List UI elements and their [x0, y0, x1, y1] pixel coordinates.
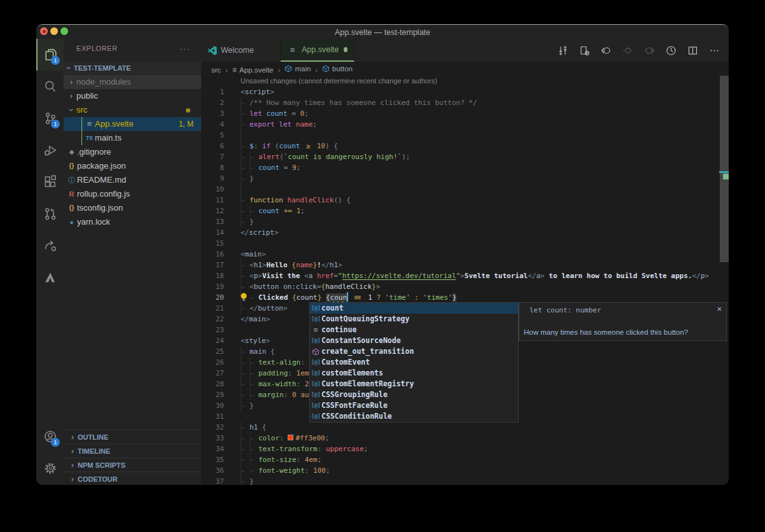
activity-bar-item-search[interactable] [36, 71, 64, 102]
live-share-icon [43, 239, 57, 253]
scrollbar-thumb[interactable] [720, 76, 729, 262]
code-line-37[interactable]: 37} [201, 476, 719, 485]
tree-item-app-svelte[interactable]: ≡App.svelte1, M [64, 117, 201, 131]
code-line-5[interactable]: 5 [201, 130, 719, 141]
suggest-item-cssfontfacerule[interactable]: [@]CSSFontFaceRule [310, 400, 518, 411]
json-file-icon: {} [66, 159, 77, 173]
suggest-doc-signature: let count: number [530, 306, 601, 314]
lightbulb-icon[interactable] [239, 292, 248, 302]
code-line-15[interactable]: 15 [201, 238, 719, 249]
tree-item-public[interactable]: ›public [64, 89, 201, 103]
sidebar-section-timeline[interactable]: ›TIMELINE [64, 444, 201, 458]
activity-bar-item-github-pr[interactable] [36, 198, 64, 230]
activity-bar-item-extensions[interactable] [36, 166, 64, 198]
code-line-14[interactable]: 14</script> [201, 227, 719, 238]
suggest-item-count[interactable]: [@]count [310, 303, 518, 314]
navigate-forward-icon[interactable] [644, 45, 655, 56]
activity-bar-item-source-control[interactable]: 1 [36, 102, 64, 134]
code-line-11[interactable]: 11function handleClick() { [201, 195, 719, 206]
code-line-3[interactable]: 3let count = 0; [201, 108, 719, 119]
symbol-variable-icon: [@] [311, 314, 321, 325]
suggest-item-customelementregistry[interactable]: [@]CustomElementRegistry [310, 379, 518, 389]
code-line-33[interactable]: 33color: #ff3e00; [201, 433, 719, 444]
sidebar-section-npm-scripts[interactable]: ›NPM SCRIPTS [64, 458, 201, 472]
breadcrumb-item-main[interactable]: main [284, 62, 311, 76]
tree-item-yarn-lock[interactable]: ●yarn.lock [64, 215, 201, 229]
extensions-icon [43, 175, 57, 189]
tree-item-main-ts[interactable]: TSmain.ts [64, 131, 201, 145]
suggest-item-label: CountQueuingStrategy [321, 314, 409, 325]
current-position-icon[interactable] [622, 45, 633, 56]
code-line-17[interactable]: 17<h1>Hello {name}!</h1> [201, 260, 719, 270]
code-line-20[interactable]: 20Clicked {count} {coun ≡ 1 ? 'time' : '… [201, 292, 719, 303]
tree-item-src[interactable]: ›src [64, 103, 201, 117]
code-line-34[interactable]: 34text-transform: uppercase; [201, 444, 719, 454]
compare-changes-icon[interactable] [558, 45, 568, 56]
activity-bar-item-settings-gear[interactable] [36, 452, 64, 484]
suggest-list: [@]count[@]CountQueuingStrategy≡continue… [309, 302, 519, 423]
sidebar-more-actions-icon[interactable]: ··· [180, 39, 190, 59]
chevron-right-icon: › [67, 444, 78, 458]
tab-label: Welcome [221, 46, 254, 55]
tree-item-package-json[interactable]: {}package.json [64, 159, 201, 173]
code-line-13[interactable]: 13} [201, 216, 719, 227]
suggest-item-create_out_transition[interactable]: create_out_transition [310, 346, 518, 357]
chevron-right-icon: › [66, 89, 76, 103]
code-line-19[interactable]: 19<button on:click={handleClick}> [201, 281, 719, 292]
sidebar-section-outline[interactable]: ›OUTLINE [64, 430, 201, 444]
suggest-item-label: CustomEvent [321, 357, 370, 368]
code-line-1[interactable]: 1<script> [201, 87, 719, 97]
tree-item-node-modules[interactable]: ›node_modules [64, 75, 201, 89]
breadcrumb-item-button[interactable]: button [322, 62, 353, 76]
code-line-36[interactable]: 36font-weight: 100; [201, 465, 719, 476]
suggest-item-constantsourcenode[interactable]: [@]ConstantSourceNode [310, 335, 518, 346]
code-line-7[interactable]: 7alert(`count is dangerously high!`); [201, 151, 719, 162]
suggest-doc-close-icon[interactable]: × [717, 304, 722, 314]
more-actions-icon[interactable] [709, 45, 720, 56]
tab-welcome[interactable]: Welcome [201, 39, 281, 62]
sidebar-section-codetour[interactable]: ›CODETOUR [64, 472, 201, 485]
activity-bar-item-azure[interactable] [36, 262, 64, 293]
code-line-16[interactable]: 16<main> [201, 249, 719, 260]
color-swatch[interactable] [288, 435, 293, 440]
code-line-35[interactable]: 35font-size: 4em; [201, 454, 719, 465]
activity-bar-item-run-debug[interactable] [36, 134, 64, 166]
git-status-badge: 1, M [179, 117, 193, 131]
breadcrumb: src›≡App.svelte›main›button [201, 62, 729, 76]
suggest-item-continue[interactable]: ≡continue [310, 325, 518, 335]
breadcrumb-item-src[interactable]: src [211, 63, 221, 77]
code-line-10[interactable]: 10 [201, 184, 719, 195]
tree-item-readme-md[interactable]: ⓘREADME.md [64, 173, 201, 187]
code-line-12[interactable]: 12count += 1; [201, 206, 719, 216]
suggest-item-countqueuingstrategy[interactable]: [@]CountQueuingStrategy [310, 314, 518, 325]
tree-item-tsconfig-json[interactable]: {}tsconfig.json [64, 201, 201, 215]
navigate-back-icon[interactable] [601, 45, 612, 56]
code-line-32[interactable]: 32h1 { [201, 422, 719, 433]
suggest-item-cssconditionrule[interactable]: [@]CSSConditionRule [310, 411, 518, 422]
split-editor-icon[interactable] [687, 45, 698, 56]
tree-item--gitignore[interactable]: ◆.gitignore [64, 145, 201, 159]
tab-label: App.svelte [302, 45, 339, 54]
activity-bar-item-live-share[interactable] [36, 230, 64, 262]
suggest-item-customelements[interactable]: [@]customElements [310, 368, 518, 379]
symbol-icon [322, 65, 330, 73]
editor-scrollbar[interactable] [719, 76, 729, 485]
code-line-4[interactable]: 4export let name; [201, 119, 719, 130]
tab-app-svelte[interactable]: ≡App.svelte [281, 39, 354, 62]
code-line-8[interactable]: 8count = 9; [201, 162, 719, 173]
code-line-2[interactable]: 2/** How many times has someone clicked … [201, 97, 719, 108]
activity-bar-item-accounts[interactable]: 1 [36, 421, 64, 452]
run-icon[interactable] [666, 45, 677, 56]
tree-root-test-template[interactable]: ›TEST-TEMPLATE [64, 61, 201, 75]
unsaved-dot-icon[interactable] [344, 47, 347, 52]
window-title: App.svelte — test-template [36, 25, 729, 40]
activity-bar-item-explorer[interactable]: 1 [36, 39, 64, 71]
breadcrumb-item-app-svelte[interactable]: ≡App.svelte [232, 63, 274, 77]
suggest-item-cssgroupingrule[interactable]: [@]CSSGroupingRule [310, 389, 518, 400]
code-line-6[interactable]: 6$: if (count ≥ 10) { [201, 141, 719, 151]
code-line-9[interactable]: 9} [201, 173, 719, 184]
open-changes-icon[interactable] [579, 45, 590, 56]
code-line-18[interactable]: 18<p>Visit the <a href="https://svelte.d… [201, 270, 719, 281]
tree-item-rollup-config-js[interactable]: Rrollup.config.js [64, 187, 201, 201]
suggest-item-customevent[interactable]: [@]CustomEvent [310, 357, 518, 368]
